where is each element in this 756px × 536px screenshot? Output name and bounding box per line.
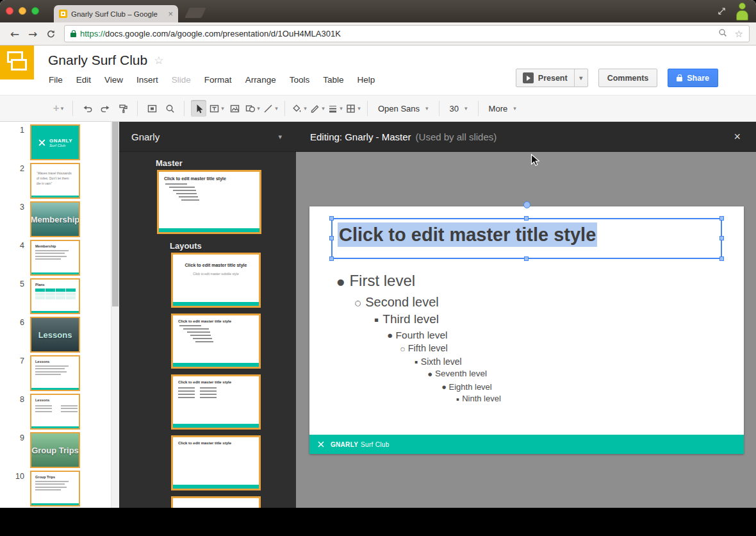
line-dash-button[interactable]: ▾ [345,100,361,117]
comments-button[interactable]: Comments [598,69,658,87]
bullet-level-3[interactable]: ▪Third level [374,312,501,327]
master-title-text[interactable]: Click to edit master title style [338,224,597,246]
zoom-page-icon[interactable] [718,28,728,40]
slide-thumbnail-7[interactable]: Lessons [30,355,80,391]
back-button[interactable]: ← [6,26,23,42]
close-master-editor-button[interactable]: × [734,130,741,144]
line-button[interactable]: ▾ [263,100,278,117]
menu-table[interactable]: Table [323,75,343,85]
layout-thumbnail-2[interactable]: Click to edit master title style [171,314,261,369]
filmstrip-scrollbar[interactable] [111,122,119,508]
master-thumbnail[interactable]: Click to edit master title style [157,170,261,234]
tab-close-icon[interactable]: × [168,9,173,19]
slide-row-9[interactable]: 9 Group Trips [0,432,119,471]
slide-row-4[interactable]: 4 Membership [0,240,119,278]
selection-handle[interactable] [719,216,724,221]
bullet-level-2[interactable]: ○Second level [355,294,501,310]
menu-tools[interactable]: Tools [290,75,310,85]
layout-thumbnail-1[interactable]: Click to edit master title style Click t… [171,253,261,308]
redo-button[interactable] [97,100,113,117]
undo-button[interactable] [79,100,95,117]
selection-handle[interactable] [524,256,529,261]
layout-thumbnail-5[interactable] [171,496,261,508]
bullet-level-7[interactable]: ●Seventh level [428,369,501,379]
slide-thumbnail-6[interactable]: Lessons [30,317,80,353]
zoom-window-button[interactable] [31,7,39,15]
fill-color-button[interactable]: ▾ [292,100,307,117]
slide-thumbnail-4[interactable]: Membership [30,240,80,276]
menu-help[interactable]: Help [357,75,375,85]
menu-view[interactable]: View [104,75,123,85]
slide-thumbnail-2[interactable]: “Waves travel thousands of miles. Don't … [30,163,80,199]
google-slides-logo[interactable] [0,46,34,80]
font-family-select[interactable]: Open Sans ▾ [373,100,434,117]
bullet-level-1[interactable]: ●First level [337,272,501,290]
layout-thumbnail-3[interactable]: Click to edit master title style [171,374,261,430]
slide-row-5[interactable]: 5 Plans [0,278,119,317]
slide-row-1[interactable]: 1 GNARLY Surf Club [0,124,119,163]
zoom-fit-button[interactable] [144,100,160,117]
new-slide-button[interactable]: + ▾ [51,100,66,117]
bullet-level-4[interactable]: ●Fourth level [388,330,501,342]
star-document-icon[interactable]: ☆ [154,54,163,67]
bullet-level-9[interactable]: ▪Ninth level [456,394,501,404]
browser-tab[interactable]: Gnarly Surf Club – Google × [54,5,178,22]
slide-thumbnail-3[interactable]: Membership [30,201,80,237]
zoom-button[interactable] [162,100,177,117]
master-slide-canvas[interactable]: Click to edit master title style ●First … [309,206,744,454]
menu-insert[interactable]: Insert [136,75,158,85]
paint-format-button[interactable] [115,100,131,117]
body-placeholder[interactable]: ●First level ○Second level ▪Third level … [333,272,501,404]
selection-handle[interactable] [719,256,724,261]
theme-selector[interactable]: Gnarly ▾ [119,122,296,152]
minimize-window-button[interactable] [19,7,26,15]
line-weight-button[interactable]: ▾ [327,100,343,117]
new-tab-button[interactable] [185,8,206,18]
bullet-level-5[interactable]: ○Fifth level [400,343,501,354]
slide-row-10[interactable]: 10 Group Trips [0,471,119,508]
shape-button[interactable]: ▾ [245,100,260,117]
menu-format[interactable]: Format [204,75,232,85]
profile-avatar[interactable] [735,3,750,21]
selection-handle[interactable] [719,236,724,240]
address-bar[interactable]: https:// docs.google.com/a/google.com/pr… [64,25,750,42]
slide-row-2[interactable]: 2 “Waves travel thousands of miles. Don'… [0,163,119,201]
document-title[interactable]: Gnarly Surf Club [48,53,147,68]
slide-thumbnail-1[interactable]: GNARLY Surf Club [30,124,80,160]
font-size-select[interactable]: 30 ▾ [445,100,473,117]
present-button[interactable]: Present [516,72,574,83]
slide-thumbnail-9[interactable]: Group Trips [30,432,80,468]
slide-row-8[interactable]: 8 Lessons [0,394,119,432]
slide-row-7[interactable]: 7 Lessons [0,355,119,394]
selection-handle[interactable] [329,216,334,221]
select-tool-button[interactable] [191,100,206,117]
slide-footer-bar[interactable]: GNARLYSurf Club [309,435,744,454]
title-placeholder-box[interactable]: Click to edit master title style [331,218,722,259]
text-box-button[interactable]: ▾ [209,100,224,117]
bookmark-star-icon[interactable]: ☆ [735,28,743,40]
forward-button[interactable]: → [24,26,41,42]
layout-thumbnail-4[interactable]: Click to edit master title style [171,435,261,490]
share-button[interactable]: Share [668,69,718,87]
insert-image-button[interactable] [227,100,242,117]
close-window-button[interactable] [6,7,13,15]
rotation-handle[interactable] [523,201,530,208]
slide-thumbnail-10[interactable]: Group Trips [30,471,80,507]
line-color-button[interactable]: ▾ [309,100,325,117]
selection-handle[interactable] [329,236,334,240]
selection-handle[interactable] [524,216,529,221]
slide-row-3[interactable]: 3 Membership [0,201,119,240]
menu-file[interactable]: File [49,75,63,85]
present-options-button[interactable]: ▾ [574,69,588,87]
menu-arrange[interactable]: Arrange [245,75,276,85]
fullscreen-icon[interactable] [717,6,727,19]
reload-button[interactable] [42,26,59,42]
selection-handle[interactable] [329,256,334,261]
menu-edit[interactable]: Edit [76,75,91,85]
more-button[interactable]: More ▾ [484,100,522,117]
bullet-level-6[interactable]: ▪Sixth level [415,356,501,367]
slide-thumbnail-5[interactable]: Plans [30,278,80,314]
slide-thumbnail-8[interactable]: Lessons [30,394,80,430]
slide-row-6[interactable]: 6 Lessons [0,317,119,355]
scrollbar-thumb[interactable] [112,122,119,306]
